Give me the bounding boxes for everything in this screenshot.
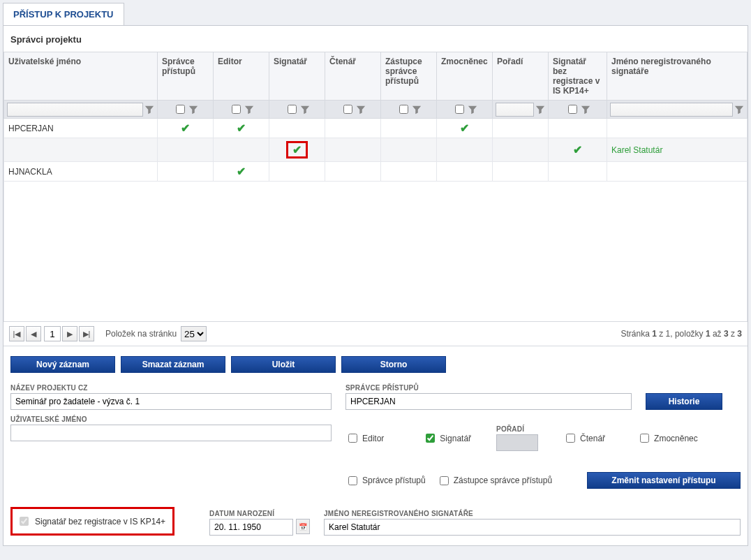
username-field[interactable] [10, 425, 332, 441]
delegate-chk-label: Zmocněnec [654, 434, 698, 443]
col-unreg-name[interactable]: Jméno neregistrovaného signatáře [607, 52, 748, 101]
filter-icon[interactable] [356, 105, 366, 115]
pager-summary: Stránka 1 z 1, položky 1 až 3 z 3 [621, 329, 743, 339]
section-title: Správci projektu [3, 26, 748, 52]
col-signer-noreg[interactable]: Signatář bez registrace v IS KP14+ [549, 52, 607, 101]
admin-chk-label: Správce přístupů [362, 476, 426, 485]
check-icon: ✔ [553, 143, 602, 156]
table-row[interactable]: ✔ ✔ Karel Statutár [4, 138, 748, 162]
cancel-button[interactable]: Storno [341, 356, 446, 373]
filter-deputy-chk[interactable] [399, 105, 408, 114]
label-dob: DATUM NAROZENÍ [209, 510, 314, 517]
highlight-signer-noreg: Signatář bez registrace v IS KP14+ [10, 507, 174, 536]
signer-chk-label: Signatář [440, 434, 471, 443]
check-icon: ✔ [218, 121, 265, 135]
col-editor[interactable]: Editor [214, 52, 269, 101]
filter-reader-chk[interactable] [343, 105, 352, 114]
deputy-checkbox[interactable] [440, 476, 449, 485]
pager-next-icon[interactable]: ▶ [62, 326, 77, 341]
editor-chk-label: Editor [362, 434, 384, 443]
pager-last-icon[interactable]: ▶| [79, 326, 94, 341]
col-signer[interactable]: Signatář [269, 52, 325, 101]
filter-order[interactable] [496, 103, 534, 117]
pager-items-label: Položek na stránku [105, 329, 177, 339]
label-order: POŘADÍ [496, 425, 538, 433]
highlight-signer: ✔ [286, 141, 308, 159]
col-username[interactable]: Uživatelské jméno [4, 52, 158, 101]
admin-checkbox[interactable] [348, 476, 357, 485]
pager-page-input[interactable] [44, 326, 61, 341]
filter-signer-noreg-chk[interactable] [568, 105, 577, 114]
pager: |◀ ◀ ▶ ▶| Položek na stránku 25 Stránka … [3, 321, 748, 346]
delete-button[interactable]: Smazat záznam [121, 356, 225, 373]
filter-username[interactable] [7, 103, 143, 117]
signer-noreg-checkbox[interactable] [20, 517, 29, 526]
col-delegate[interactable]: Zmocněnec [437, 52, 493, 101]
label-project: NÁZEV PROJEKTU CZ [10, 384, 332, 392]
filter-delegate-chk[interactable] [455, 105, 464, 114]
deputy-chk-label: Zástupce správce přístupů [454, 476, 552, 485]
pager-first-icon[interactable]: |◀ [9, 326, 24, 341]
unreg-name-field[interactable] [324, 519, 741, 536]
filter-icon[interactable] [300, 105, 310, 115]
filter-icon[interactable] [412, 105, 422, 115]
cell-username: HJNACKLA [4, 162, 158, 182]
filter-icon[interactable] [244, 105, 254, 115]
filter-admin-chk[interactable] [176, 105, 185, 114]
col-deputy[interactable]: Zástupce správce přístupů [381, 52, 437, 101]
tab-access[interactable]: PŘÍSTUP K PROJEKTU [3, 3, 124, 25]
dob-field[interactable] [209, 519, 293, 536]
filter-icon[interactable] [734, 105, 744, 115]
check-icon: ✔ [292, 143, 302, 156]
delegate-checkbox[interactable] [640, 434, 649, 443]
reader-chk-label: Čtenář [580, 434, 605, 443]
order-field[interactable] [496, 434, 538, 451]
label-admin: SPRÁVCE PŘÍSTUPŮ [345, 384, 632, 392]
col-admin[interactable]: Správce přístupů [158, 52, 214, 101]
check-icon: ✔ [441, 121, 488, 135]
signer-noreg-label: Signatář bez registrace v IS KP14+ [35, 517, 165, 526]
history-button[interactable]: Historie [646, 393, 722, 410]
filter-signer-chk[interactable] [288, 105, 297, 114]
cell-username: HPCERJAN [4, 119, 158, 138]
label-username: UŽIVATELSKÉ JMÉNO [10, 415, 332, 423]
check-icon: ✔ [162, 121, 209, 135]
filter-icon[interactable] [468, 105, 477, 115]
table-row[interactable]: HPCERJAN ✔ ✔ ✔ [4, 119, 748, 138]
new-button[interactable]: Nový záznam [10, 356, 115, 373]
change-access-button[interactable]: Změnit nastavení přístupu [587, 472, 741, 489]
project-name-field [10, 393, 332, 410]
filter-icon[interactable] [188, 105, 198, 115]
calendar-icon[interactable]: 📅 [296, 519, 310, 534]
reader-checkbox[interactable] [566, 434, 575, 443]
filter-icon[interactable] [535, 105, 545, 115]
cell-username [4, 138, 158, 162]
cell-unreg-name: Karel Statutár [607, 138, 748, 162]
check-icon: ✔ [218, 165, 265, 178]
signer-checkbox[interactable] [426, 434, 435, 443]
label-unreg-name: JMÉNO NEREGISTROVANÉHO SIGNATÁŘE [324, 510, 741, 517]
filter-editor-chk[interactable] [232, 105, 241, 114]
admin-field [345, 393, 632, 410]
col-order[interactable]: Pořadí [493, 52, 549, 101]
pager-size-select[interactable]: 25 [181, 326, 207, 341]
filter-icon[interactable] [144, 105, 154, 115]
col-reader[interactable]: Čtenář [325, 52, 381, 101]
editor-checkbox[interactable] [348, 434, 357, 443]
filter-icon[interactable] [581, 105, 590, 115]
filter-unregname[interactable] [610, 103, 733, 117]
pager-prev-icon[interactable]: ◀ [26, 326, 41, 341]
save-button[interactable]: Uložit [231, 356, 336, 373]
table-row[interactable]: HJNACKLA ✔ [4, 162, 748, 182]
grid-admins: Uživatelské jméno Správce přístupů Edito… [3, 52, 748, 182]
